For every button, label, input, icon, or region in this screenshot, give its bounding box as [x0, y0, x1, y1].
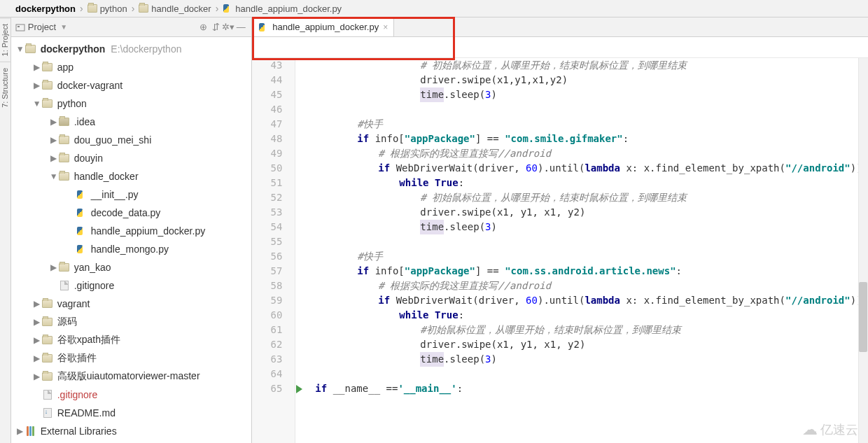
tree-item[interactable]: __init__.py	[11, 185, 252, 204]
code-line[interactable]: if WebDriverWait(driver, 60).until(lambd…	[315, 293, 868, 308]
project-title: Project	[28, 22, 56, 32]
dropdown-icon[interactable]: ▼	[60, 23, 67, 31]
breadcrumb-item-file[interactable]: handle_appium_docker.py	[220, 3, 344, 14]
project-tree[interactable]: ▼ dockerpython E:\dockerpython ▶app▶dock…	[11, 37, 252, 443]
editor-breadcrumb	[252, 37, 868, 58]
tree-item[interactable]: .gitignore	[11, 386, 252, 404]
tree-item[interactable]: ▶yan_kao	[11, 258, 252, 276]
code-line[interactable]	[315, 367, 868, 381]
tree-item[interactable]: README.md	[11, 404, 252, 422]
line-number-gutter: 4344454647484950515253545556575859606162…	[252, 58, 295, 443]
expand-arrow-icon[interactable]: ▶	[32, 353, 42, 363]
expand-arrow-icon[interactable]: ▶	[32, 317, 42, 327]
tree-item[interactable]: handle_appium_docker.py	[11, 222, 252, 240]
tree-root[interactable]: ▼ dockerpython E:\dockerpython	[11, 40, 252, 58]
code-line[interactable]: #快手	[315, 249, 868, 264]
expand-arrow-icon[interactable]: ▶	[49, 262, 59, 272]
line-number: 43	[252, 58, 282, 73]
tree-item[interactable]: .gitignore	[11, 276, 252, 295]
tree-item[interactable]: ▶douyin	[11, 149, 252, 167]
code-line[interactable]: if info["appPackage"] == "com.ss.android…	[315, 264, 868, 279]
tree-item[interactable]: ▶app	[11, 58, 252, 76]
tree-item[interactable]: ▼python	[11, 94, 252, 113]
tree-item[interactable]: handle_mongo.py	[11, 240, 252, 258]
tab-structure[interactable]: 7: Structure	[0, 62, 10, 113]
tree-external-libs[interactable]: ▶ External Libraries	[11, 422, 252, 440]
tree-item[interactable]: ▶.idea	[11, 113, 252, 131]
code-line[interactable]: time.sleep(3)	[315, 352, 868, 367]
code-line[interactable]: if info["appPackage"] == "com.smile.gifm…	[315, 132, 868, 146]
code-line[interactable]: time.sleep(3)	[315, 87, 868, 102]
code-line[interactable]: driver.swipe(x1, y1, x1, y2)	[315, 205, 868, 220]
expand-arrow-icon[interactable]: ▼	[49, 171, 59, 181]
code-line[interactable]: if WebDriverWait(driver, 60).until(lambd…	[315, 161, 868, 176]
code-line[interactable]	[315, 102, 868, 117]
folder-icon	[59, 263, 70, 272]
code-line[interactable]: driver.swipe(x1, y1, x1, y2)	[315, 337, 868, 352]
code-line[interactable]: # 初始鼠标位置，从哪里开始，结束时鼠标位置，到哪里结束	[315, 58, 868, 73]
code-line[interactable]: # 初始鼠标位置，从哪里开始，结束时鼠标位置，到哪里结束	[315, 190, 868, 205]
expand-arrow-icon[interactable]: ▶	[32, 299, 42, 309]
libraries-icon	[25, 426, 36, 436]
breadcrumb-label: handle_docker	[151, 3, 211, 14]
tree-item-label: yan_kao	[74, 262, 111, 273]
tree-item-label: app	[57, 62, 74, 73]
breadcrumb-item-folder[interactable]: python	[85, 3, 130, 14]
code-editor[interactable]: 4344454647484950515253545556575859606162…	[252, 58, 868, 443]
gear-icon[interactable]: ✲▾	[222, 21, 234, 34]
code-body[interactable]: # 初始鼠标位置，从哪里开始，结束时鼠标位置，到哪里结束driver.swipe…	[307, 58, 868, 443]
code-line[interactable]: time.sleep(3)	[315, 220, 868, 234]
tree-item[interactable]: ▶谷歌插件	[11, 349, 252, 367]
code-line[interactable]: if __name__ =='__main__':	[315, 381, 868, 396]
scrollbar-thumb[interactable]	[859, 282, 867, 352]
code-line[interactable]: #快手	[315, 117, 868, 132]
tab-project[interactable]: 1: Project	[0, 17, 10, 62]
tree-item-label: __init__.py	[91, 189, 139, 200]
code-line[interactable]: while True:	[315, 308, 868, 323]
code-line[interactable]	[315, 234, 868, 249]
tree-item[interactable]: ▶vagrant	[11, 295, 252, 313]
expand-arrow-icon[interactable]: ▼	[15, 44, 25, 54]
editor-tab-bar: handle_appium_docker.py ×	[252, 17, 868, 37]
editor-tab[interactable]: handle_appium_docker.py ×	[252, 17, 394, 36]
target-icon[interactable]: ⊕	[197, 21, 209, 34]
folder-icon	[42, 81, 53, 90]
code-line[interactable]: while True:	[315, 176, 868, 190]
chevron-right-icon: ›	[80, 3, 83, 14]
line-number: 56	[252, 249, 282, 264]
code-line[interactable]: # 根据实际的我这里直接写//android	[315, 279, 868, 293]
collapse-icon[interactable]: ⇵	[209, 21, 222, 34]
line-number: 63	[252, 352, 282, 367]
tree-item[interactable]: ▶谷歌xpath插件	[11, 331, 252, 349]
tree-item-label: 谷歌xpath插件	[57, 334, 120, 346]
line-number: 54	[252, 220, 282, 234]
code-line[interactable]: driver.swipe(x1,y1,x1,y2)	[315, 73, 868, 87]
tree-item[interactable]: ▶docker-vagrant	[11, 76, 252, 94]
expand-arrow-icon[interactable]: ▶	[32, 80, 42, 90]
tree-item-label: 源码	[57, 316, 77, 328]
vertical-scrollbar[interactable]	[858, 58, 868, 443]
expand-arrow-icon[interactable]: ▶	[32, 372, 42, 381]
code-line[interactable]: # 根据实际的我这里直接写//android	[315, 146, 868, 161]
expand-arrow-icon[interactable]: ▶	[15, 426, 25, 436]
breadcrumb-item-folder[interactable]: handle_docker	[136, 3, 214, 14]
tree-item[interactable]: ▶高级版uiautomatorviewer-master	[11, 367, 252, 386]
tree-item[interactable]: decode_data.py	[11, 204, 252, 222]
tree-item[interactable]: ▶dou_guo_mei_shi	[11, 131, 252, 149]
code-line[interactable]: #初始鼠标位置，从哪里开始，结束时鼠标位置，到哪里结束	[315, 323, 868, 337]
expand-arrow-icon[interactable]: ▶	[49, 135, 59, 145]
tree-item[interactable]: ▶源码	[11, 313, 252, 331]
tree-item[interactable]: ▼handle_docker	[11, 167, 252, 185]
close-icon[interactable]: ×	[383, 22, 388, 32]
tree-item-label: docker-vagrant	[57, 80, 122, 91]
expand-arrow-icon[interactable]: ▶	[32, 335, 42, 345]
expand-arrow-icon[interactable]: ▶	[32, 62, 42, 72]
expand-arrow-icon[interactable]: ▼	[32, 99, 42, 108]
line-number: 50	[252, 161, 282, 176]
minimize-icon[interactable]: —	[234, 21, 247, 34]
breadcrumb-item-root[interactable]: dockerpython	[13, 3, 78, 14]
run-icon[interactable]	[296, 385, 302, 393]
project-root-path: E:\dockerpython	[111, 43, 181, 55]
expand-arrow-icon[interactable]: ▶	[49, 153, 59, 163]
expand-arrow-icon[interactable]: ▶	[49, 117, 59, 127]
